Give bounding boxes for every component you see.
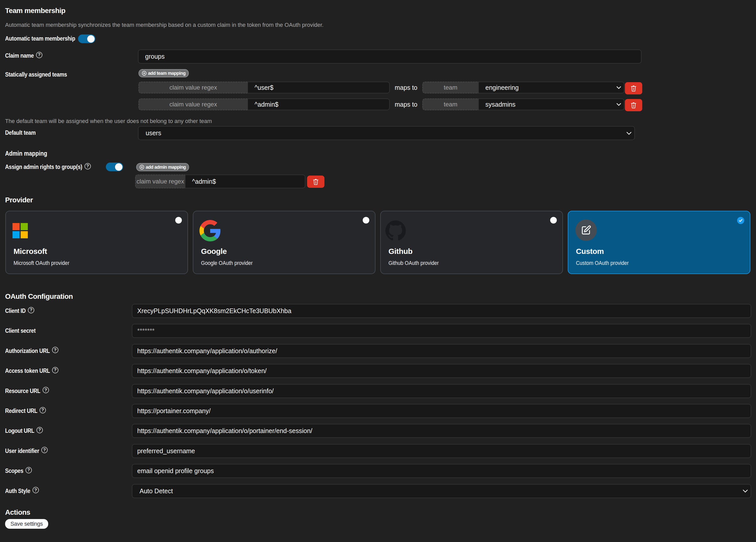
auth-style-select[interactable]: Auto Detect xyxy=(132,484,751,498)
provider-card-microsoft[interactable]: MicrosoftMicrosoft OAuth provider xyxy=(5,211,188,274)
provider-heading: Provider xyxy=(5,196,33,204)
automatic-team-membership-toggle[interactable] xyxy=(78,34,95,43)
authorization-url-input[interactable]: https://authentik.company/application/o/… xyxy=(132,344,751,358)
claim-value-regex-prefix: claim value regex xyxy=(138,82,247,93)
provider-card-title: Custom xyxy=(576,247,604,256)
claim-value-regex-prefix: claim value regex xyxy=(138,98,247,110)
team-mapping-regex-input-1[interactable]: ^user$ xyxy=(247,82,390,93)
provider-radio-circle[interactable] xyxy=(550,217,557,223)
redirect-url-help-icon[interactable]: ? xyxy=(40,407,46,413)
provider-card-title: Microsoft xyxy=(14,247,47,256)
microsoft-logo xyxy=(12,223,28,238)
statically-assigned-teams-label: Statically assigned teams xyxy=(5,71,67,78)
trash-icon xyxy=(630,85,637,92)
provider-radio-circle[interactable] xyxy=(363,217,369,223)
chevron-down-icon xyxy=(626,131,632,135)
resource-url-help-icon[interactable]: ? xyxy=(43,387,49,393)
save-settings-button[interactable]: Save settings xyxy=(5,519,48,529)
logout-url-help-icon[interactable]: ? xyxy=(36,427,43,433)
oauth-configuration-heading: OAuth Configuration xyxy=(5,293,73,301)
delete-admin-mapping-button[interactable] xyxy=(307,175,324,188)
logout-url-input[interactable]: https://authentik.company/application/o/… xyxy=(132,424,751,438)
provider-card-github[interactable]: GithubGithub OAuth provider xyxy=(380,211,563,274)
team-mapping-row-1: claim value regex ^user$ xyxy=(138,82,390,93)
plus-circle-icon xyxy=(140,164,144,170)
provider-card-description: Custom OAuth provider xyxy=(576,260,629,266)
google-logo xyxy=(199,220,221,241)
provider-card-title: Google xyxy=(201,247,227,256)
team-select-group-2: team sysadmins xyxy=(422,98,624,110)
team-select-1[interactable]: engineering xyxy=(478,82,624,93)
provider-card-title: Github xyxy=(388,247,412,256)
team-mapping-regex-input-2[interactable]: ^admin$ xyxy=(247,98,390,110)
maps-to-label-2: maps to xyxy=(393,98,419,110)
scopes-label: Scopes? xyxy=(5,467,31,474)
add-admin-mapping-button[interactable]: add admin mapping xyxy=(136,163,189,171)
chevron-down-icon xyxy=(616,103,621,106)
client-id-label: Client ID? xyxy=(5,307,34,315)
access-token-url-label: Access token URL? xyxy=(5,367,58,374)
maps-to-label-1: maps to xyxy=(393,82,419,93)
provider-radio-circle[interactable] xyxy=(175,217,182,223)
user-identifier-help-icon[interactable]: ? xyxy=(41,447,48,453)
scopes-input[interactable]: email openid profile groups xyxy=(132,464,751,478)
access-token-url-input[interactable]: https://authentik.company/application/o/… xyxy=(132,364,751,378)
chevron-down-icon xyxy=(616,86,621,89)
custom-edit-icon xyxy=(575,219,597,241)
team-prefix-1: team xyxy=(422,82,478,93)
default-team-label: Default team xyxy=(5,129,36,136)
provider-card-google[interactable]: GoogleGoogle OAuth provider xyxy=(193,211,375,274)
delete-team-mapping-button-2[interactable] xyxy=(625,99,642,111)
assign-admin-rights-help-icon[interactable]: ? xyxy=(84,163,91,169)
automatic-team-membership-label: Automatic team membership xyxy=(5,34,75,43)
add-team-mapping-button[interactable]: add team mapping xyxy=(138,69,189,77)
provider-card-description: Google OAuth provider xyxy=(201,260,253,266)
default-team-select[interactable]: users xyxy=(138,126,635,140)
github-logo xyxy=(385,220,406,241)
client-id-help-icon[interactable]: ? xyxy=(28,307,34,314)
client-secret-input[interactable]: ******* xyxy=(132,324,751,338)
resource-url-input[interactable]: https://authentik.company/application/o/… xyxy=(132,384,751,398)
client-secret-label: Client secret xyxy=(5,327,35,334)
claim-name-input[interactable]: groups xyxy=(138,49,641,64)
redirect-url-label: Redirect URL? xyxy=(5,407,45,414)
access-token-url-help-icon[interactable]: ? xyxy=(52,367,58,373)
auth-style-label: Auth Style? xyxy=(5,487,38,495)
admin-mapping-row: claim value regex ^admin$ xyxy=(135,174,305,188)
resource-url-label: Resource URL? xyxy=(5,387,48,395)
team-mapping-row-2: claim value regex ^admin$ xyxy=(138,98,390,110)
provider-card-custom[interactable]: CustomCustom OAuth provider xyxy=(568,211,750,274)
auth-style-help-icon[interactable]: ? xyxy=(32,487,39,493)
provider-card-description: Github OAuth provider xyxy=(388,260,439,266)
redirect-url-input[interactable]: https://portainer.company/ xyxy=(132,404,751,418)
claim-value-regex-prefix: claim value regex xyxy=(135,174,185,188)
scopes-help-icon[interactable]: ? xyxy=(26,467,32,473)
oauth-settings-page: Team membership Automatic team membershi… xyxy=(0,0,756,542)
admin-mapping-heading: Admin mapping xyxy=(5,149,47,157)
chevron-down-icon xyxy=(742,489,748,493)
team-select-group-1: team engineering xyxy=(422,82,624,93)
trash-icon xyxy=(312,178,319,185)
delete-team-mapping-button-1[interactable] xyxy=(625,82,642,94)
assign-admin-rights-label: Assign admin rights to group(s)? xyxy=(5,163,90,170)
claim-name-label: Claim name? xyxy=(5,52,42,59)
logout-url-label: Logout URL? xyxy=(5,427,42,434)
authorization-url-label: Authorization URL? xyxy=(5,347,58,355)
user-identifier-input[interactable]: preferred_username xyxy=(132,444,751,458)
client-id-input[interactable]: XrecyPLpSUHDHrLpQqXK8sm2EkCHcTe3UBUbXhba xyxy=(132,304,751,318)
default-team-note: The default team will be assigned when t… xyxy=(5,118,212,124)
assign-admin-rights-toggle[interactable] xyxy=(106,162,123,171)
authorization-url-help-icon[interactable]: ? xyxy=(52,347,58,353)
user-identifier-label: User identifier? xyxy=(5,447,47,455)
actions-heading: Actions xyxy=(5,508,30,516)
team-prefix-2: team xyxy=(422,98,478,110)
selected-check-icon xyxy=(737,217,744,224)
team-membership-description: Automatic team membership synchronizes t… xyxy=(5,22,323,28)
claim-name-help-icon[interactable]: ? xyxy=(36,52,42,58)
team-membership-heading: Team membership xyxy=(5,7,65,15)
plus-circle-icon xyxy=(142,71,147,76)
admin-mapping-regex-input[interactable]: ^admin$ xyxy=(185,174,305,188)
trash-icon xyxy=(630,101,637,109)
team-select-2[interactable]: sysadmins xyxy=(478,98,624,110)
provider-card-description: Microsoft OAuth provider xyxy=(14,260,69,266)
